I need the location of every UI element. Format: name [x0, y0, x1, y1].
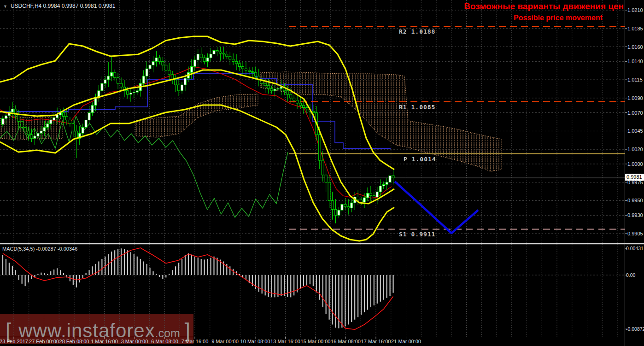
candle-body: [206, 58, 209, 61]
candle-body: [290, 94, 292, 98]
price-axis-label: 1.0090: [627, 96, 643, 101]
candle-body: [248, 70, 250, 71]
chart-canvas[interactable]: [0, 0, 644, 346]
candle-body: [126, 91, 129, 94]
pivot-label-r2: R2 1.0188: [399, 28, 435, 35]
candle-body: [303, 106, 305, 108]
time-axis-label: 21 Mar 00:00: [391, 339, 421, 344]
candle-body: [296, 100, 299, 103]
price-axis-label: 1.0185: [627, 26, 643, 31]
candle-body: [382, 184, 385, 186]
price-axis-label: 1.0045: [627, 129, 643, 134]
candle-body: [193, 60, 196, 66]
watermark-domain: www.instaforex: [18, 320, 155, 341]
candle-body: [94, 98, 97, 106]
chart-title-text: USDCHF,H4 0.9984 0.9987 0.9981 0.9981: [11, 3, 116, 9]
price-axis-label: 1.0000: [627, 162, 643, 167]
candle-body: [232, 59, 234, 62]
price-axis-label: 1.0020: [627, 147, 643, 152]
candle-body: [178, 85, 180, 91]
candle-body: [318, 135, 321, 160]
price-axis-label: 1.0160: [627, 45, 643, 50]
price-axis-label: 0.9975: [627, 180, 643, 185]
candle-body: [287, 91, 289, 94]
time-axis-label: 15 Mar 00:00: [301, 339, 331, 344]
candle-body: [24, 127, 26, 131]
annotation-ru: Возможные варианты движения цен: [464, 1, 624, 12]
candle-body: [392, 176, 394, 178]
candle-body: [184, 78, 186, 85]
candle-body: [229, 56, 231, 59]
candle-body: [363, 198, 366, 202]
pivot-label-p: P 1.0014: [404, 156, 436, 163]
candle-body: [360, 200, 363, 202]
candle-body: [114, 72, 116, 77]
candle-body: [107, 76, 110, 80]
candle-body: [40, 131, 42, 133]
candle-body: [158, 58, 161, 61]
candle-body: [181, 85, 183, 91]
candle-body: [155, 58, 158, 61]
price-axis-label: 1.0210: [627, 8, 643, 13]
candle-body: [226, 54, 228, 56]
price-axis-label: 0.9950: [627, 198, 643, 203]
candle-body: [245, 69, 247, 70]
candle-body: [338, 210, 340, 215]
candle-body: [254, 72, 257, 76]
time-axis-label: 7 Mar 16:00: [181, 339, 209, 344]
candle-body: [50, 120, 52, 124]
candle-body: [293, 98, 295, 100]
candle-body: [299, 103, 302, 106]
candle-body: [210, 54, 212, 58]
candle-body: [88, 113, 90, 120]
candle-body: [216, 50, 218, 52]
candle-body: [168, 70, 170, 75]
candle-body: [389, 176, 391, 182]
chart-title: ▼USDCHF,H4 0.9984 0.9987 0.9981 0.9981: [3, 3, 115, 9]
macd-indicator-label: MACD(5,34,5) -0.00287 -0.00346: [2, 246, 77, 252]
candle-body: [334, 210, 337, 216]
price-axis-label: 0.9905: [627, 231, 643, 236]
candle-body: [11, 109, 13, 112]
candle-body: [366, 194, 369, 198]
candle-body: [85, 120, 87, 128]
candle-body: [34, 136, 36, 139]
candle-body: [82, 127, 84, 133]
candle-body: [165, 65, 167, 70]
time-axis-label: 17 Mar 16:00: [361, 339, 391, 344]
watermark-bracket-left: [: [6, 319, 11, 341]
time-axis-label: 16 Mar 08:00: [331, 339, 361, 344]
time-axis-label: 27 Feb 00:00: [29, 339, 59, 344]
candle-body: [351, 203, 353, 208]
candle-body: [251, 72, 253, 73]
candle-body: [341, 204, 343, 210]
candle-body: [117, 77, 119, 83]
candle-body: [5, 116, 7, 118]
candle-body: [62, 113, 64, 117]
candle-body: [344, 204, 346, 206]
candle-body: [75, 131, 77, 138]
candle-body: [120, 83, 123, 87]
candle-body: [347, 206, 350, 208]
time-axis-label: 3 Mar 00:00: [121, 339, 148, 344]
candle-body: [280, 87, 282, 88]
candle-body: [2, 118, 4, 124]
time-axis-label: 23 Feb 2017: [0, 339, 28, 344]
candle-body: [239, 64, 241, 66]
pivot-label-r1: R1 1.0085: [399, 104, 435, 111]
candle-body: [142, 76, 145, 83]
watermark-bracket-right: ]: [185, 319, 190, 341]
candle-body: [325, 175, 327, 182]
candle-body: [37, 133, 39, 136]
candle-body: [267, 86, 269, 88]
macd-axis-label: -0.00872: [626, 327, 644, 332]
candle-body: [369, 194, 372, 196]
time-axis-label: 6 Mar 08:00: [151, 339, 178, 344]
candle-body: [43, 127, 46, 131]
candle-body: [175, 80, 177, 85]
candle-body: [91, 106, 94, 113]
time-axis-label: 10 Mar 08:00: [240, 339, 270, 344]
candle-body: [203, 58, 205, 61]
symbol-dropdown-icon[interactable]: ▼: [3, 4, 7, 9]
candle-body: [213, 50, 215, 54]
